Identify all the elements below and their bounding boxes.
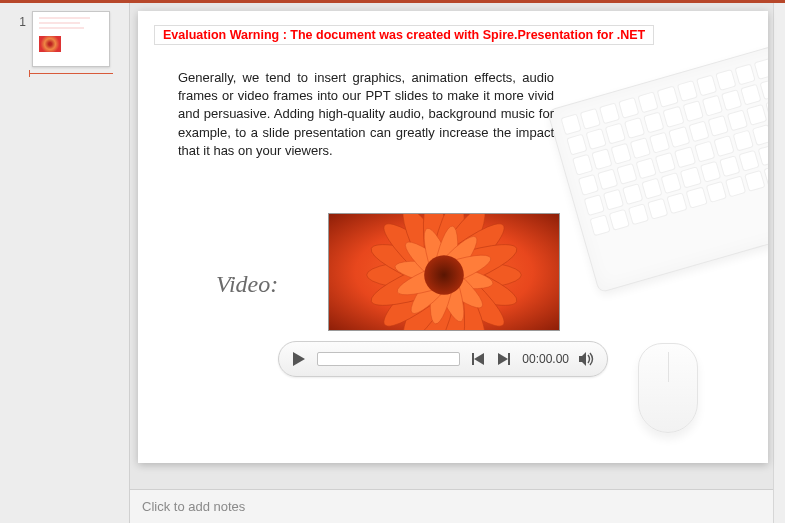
svg-marker-17 xyxy=(293,352,305,366)
volume-button[interactable] xyxy=(579,351,595,367)
svg-rect-21 xyxy=(508,353,510,365)
skip-back-button[interactable] xyxy=(470,351,486,367)
play-icon xyxy=(293,352,305,366)
svg-marker-20 xyxy=(498,353,508,365)
slide-canvas[interactable]: Evaluation Warning : The document was cr… xyxy=(138,11,768,463)
slide-thumbnail[interactable] xyxy=(32,11,110,67)
video-poster-image xyxy=(329,214,559,330)
video-controls: 00:00.00 xyxy=(278,341,608,377)
svg-rect-19 xyxy=(472,353,474,365)
skip-forward-icon xyxy=(498,353,510,365)
keyboard-decoration xyxy=(547,39,768,293)
mouse-decoration xyxy=(638,343,698,433)
svg-point-16 xyxy=(424,255,464,295)
slide-thumbnail-panel: 1 xyxy=(0,3,130,523)
slide-thumbnail-number: 1 xyxy=(19,11,26,523)
evaluation-warning-banner: Evaluation Warning : The document was cr… xyxy=(154,25,654,45)
video-label: Video: xyxy=(216,271,278,298)
notes-placeholder: Click to add notes xyxy=(142,499,245,514)
svg-marker-18 xyxy=(474,353,484,365)
skip-back-icon xyxy=(472,353,484,365)
slide-stage: Evaluation Warning : The document was cr… xyxy=(130,3,773,489)
volume-icon xyxy=(579,352,595,366)
vertical-scrollbar[interactable] xyxy=(773,3,785,523)
slide-body-paragraph: Generally, we tend to insert graphics, a… xyxy=(178,69,554,160)
timecode: 00:00.00 xyxy=(522,352,569,366)
seek-bar[interactable] xyxy=(317,352,460,366)
notes-pane[interactable]: Click to add notes xyxy=(130,489,773,523)
play-button[interactable] xyxy=(291,351,307,367)
skip-forward-button[interactable] xyxy=(496,351,512,367)
svg-marker-22 xyxy=(579,352,586,366)
video-frame[interactable] xyxy=(328,213,560,331)
